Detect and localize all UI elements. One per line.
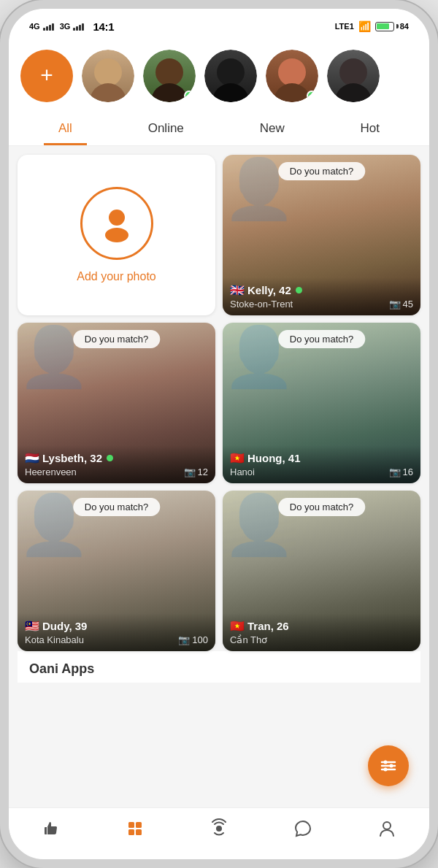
avatar-body-shape-5	[335, 83, 372, 102]
profile-card-kelly[interactable]: 👤 Do you match? 🇬🇧 Kelly, 42 Stoke-on-Tr…	[223, 155, 420, 315]
svg-point-0	[109, 210, 125, 226]
avatar-body-shape-1	[90, 83, 126, 102]
nav-item-chat[interactable]	[281, 815, 325, 842]
story-avatar-4[interactable]	[266, 50, 318, 102]
chat-icon	[293, 818, 313, 839]
wifi-icon: 📶	[358, 20, 371, 32]
add-photo-card[interactable]: Add your photo	[18, 155, 215, 315]
app-content: +	[9, 41, 429, 859]
flag-lysbeth: 🇳🇱	[25, 451, 39, 465]
card-name-tran: Tran, 26	[247, 620, 289, 632]
signal-bars-4g	[43, 22, 54, 31]
card-name-lysbeth: Lysbeth, 32	[42, 452, 102, 464]
story-avatar-3[interactable]	[204, 50, 257, 102]
profile-card-lysbeth[interactable]: 👤 Do you match? 🇳🇱 Lysbeth, 32 Heerenvee…	[18, 323, 215, 483]
filter-icon	[379, 756, 398, 775]
card-name-kelly: Kelly, 42	[247, 284, 291, 296]
photo-count-kelly: 📷 45	[389, 299, 413, 310]
nav-item-live[interactable]	[197, 815, 241, 842]
card-location-tran: Cần Thơ	[230, 634, 413, 645]
card-name-huong: Huong, 41	[247, 452, 301, 464]
status-left: 4G 3G 14:1	[29, 20, 114, 33]
avatar-body-shape-4	[274, 83, 310, 102]
filter-tabs: All Online New Hot	[9, 111, 429, 146]
profile-card-tran[interactable]: 👤 Do you match? 🇻🇳 Tran, 26 Cần Thơ	[223, 491, 420, 651]
tab-new[interactable]: New	[245, 111, 299, 145]
card-name-row-huong: 🇻🇳 Huong, 41	[230, 451, 413, 465]
tab-all[interactable]: All	[44, 111, 87, 145]
battery-body	[375, 22, 394, 31]
svg-point-12	[216, 826, 222, 831]
phone-frame: 4G 3G 14:1 LTE1 📶	[0, 0, 438, 868]
flag-dudy: 🇲🇾	[25, 619, 39, 633]
flag-huong: 🇻🇳	[230, 451, 245, 465]
add-photo-circle	[80, 187, 153, 260]
nav-item-profile[interactable]	[365, 815, 409, 842]
match-badge-huong[interactable]: Do you match?	[278, 330, 365, 348]
story-avatar-2[interactable]	[143, 50, 196, 102]
tab-hot[interactable]: Hot	[346, 111, 394, 145]
match-badge-lysbeth[interactable]: Do you match?	[73, 330, 160, 348]
avatar-body-shape-3	[212, 83, 249, 102]
status-bar: 4G 3G 14:1 LTE1 📶	[9, 9, 429, 41]
add-icon: +	[40, 64, 53, 86]
avatar-face-5	[327, 50, 380, 102]
camera-icon-dudy: 📷	[178, 634, 190, 645]
photo-number-kelly: 45	[403, 299, 413, 310]
card-location-huong: Hanoi	[230, 466, 413, 477]
tab-online[interactable]: Online	[134, 111, 199, 145]
story-avatar-1[interactable]	[82, 50, 134, 102]
avatar-face-3	[204, 50, 257, 102]
match-badge-tran[interactable]: Do you match?	[278, 498, 365, 516]
avatar-face-1	[82, 50, 134, 102]
card-info-tran: 🇻🇳 Tran, 26 Cần Thơ	[223, 613, 420, 651]
signal-4g-label: 4G	[29, 22, 40, 31]
status-right: LTE1 📶 84	[335, 20, 409, 32]
card-info-lysbeth: 🇳🇱 Lysbeth, 32 Heerenveen	[18, 445, 215, 483]
card-location-kelly: Stoke-on-Trent	[230, 299, 413, 310]
card-name-row-lysbeth: 🇳🇱 Lysbeth, 32	[25, 451, 208, 465]
battery-tip	[396, 24, 399, 28]
camera-icon-lysbeth: 📷	[184, 466, 196, 477]
story-avatar-5[interactable]	[327, 50, 380, 102]
profile-grid: Add your photo 👤 Do you match? 🇬🇧 Kelly,…	[18, 155, 420, 651]
card-name-row-dudy: 🇲🇾 Dudy, 39	[25, 619, 208, 633]
card-location-lysbeth: Heerenveen	[25, 466, 208, 477]
stories-row: +	[9, 41, 429, 111]
fab-filter-button[interactable]	[368, 745, 409, 786]
live-icon	[209, 818, 229, 839]
match-badge-dudy[interactable]: Do you match?	[73, 498, 160, 516]
nav-item-like[interactable]	[29, 815, 73, 842]
nav-item-grid[interactable]	[113, 815, 157, 842]
profile-card-huong[interactable]: 👤 Do you match? 🇻🇳 Huong, 41 Hanoi 📷	[223, 323, 420, 483]
svg-point-7	[384, 768, 388, 772]
flag-tran: 🇻🇳	[230, 619, 245, 633]
profile-icon	[377, 818, 397, 839]
profile-card-dudy[interactable]: 👤 Do you match? 🇲🇾 Dudy, 39 Kota Kinabal…	[18, 491, 215, 651]
add-story-button[interactable]: +	[20, 50, 73, 102]
photo-count-lysbeth: 📷 12	[184, 466, 208, 477]
svg-point-5	[384, 761, 388, 764]
card-info-dudy: 🇲🇾 Dudy, 39 Kota Kinabalu	[18, 613, 215, 651]
match-badge-kelly[interactable]: Do you match?	[278, 162, 365, 180]
main-scroll[interactable]: Add your photo 👤 Do you match? 🇬🇧 Kelly,…	[9, 146, 429, 807]
card-name-row-kelly: 🇬🇧 Kelly, 42	[230, 283, 413, 297]
battery: 84	[375, 22, 409, 31]
camera-icon-kelly: 📷	[389, 299, 401, 310]
battery-text: 84	[400, 22, 409, 31]
signal-3g-label: 3G	[60, 22, 71, 31]
svg-rect-10	[128, 829, 134, 835]
camera-icon-huong: 📷	[389, 466, 401, 477]
photo-count-huong: 📷 16	[389, 466, 413, 477]
battery-fill	[377, 23, 389, 29]
avatar-body-shape-2	[151, 83, 188, 102]
thumbs-up-icon	[41, 818, 61, 839]
svg-point-6	[390, 764, 393, 768]
lte-label: LTE1	[335, 22, 354, 31]
card-info-kelly: 🇬🇧 Kelly, 42 Stoke-on-Trent	[223, 277, 420, 315]
avatar-face-shape-5	[339, 58, 367, 86]
online-indicator-2	[184, 91, 194, 101]
online-dot-lysbeth	[107, 455, 113, 461]
online-indicator-4	[307, 91, 317, 101]
card-info-huong: 🇻🇳 Huong, 41 Hanoi	[223, 445, 420, 483]
